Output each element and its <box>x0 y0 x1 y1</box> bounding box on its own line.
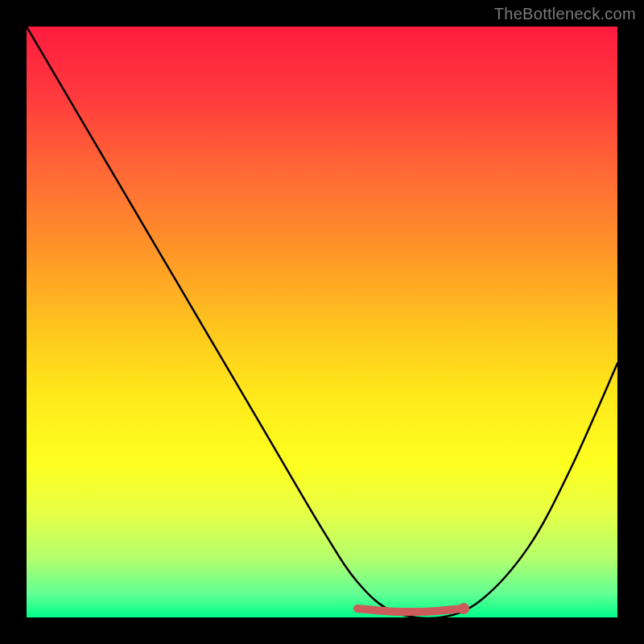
plot-gradient-background <box>27 27 617 617</box>
optimum-band-curve <box>357 609 464 612</box>
bottleneck-curve <box>27 27 617 617</box>
chart-container: TheBottleneck.com <box>0 0 644 644</box>
chart-svg <box>27 27 617 617</box>
optimum-endpoint-dot <box>458 603 469 614</box>
watermark-text: TheBottleneck.com <box>494 5 636 23</box>
